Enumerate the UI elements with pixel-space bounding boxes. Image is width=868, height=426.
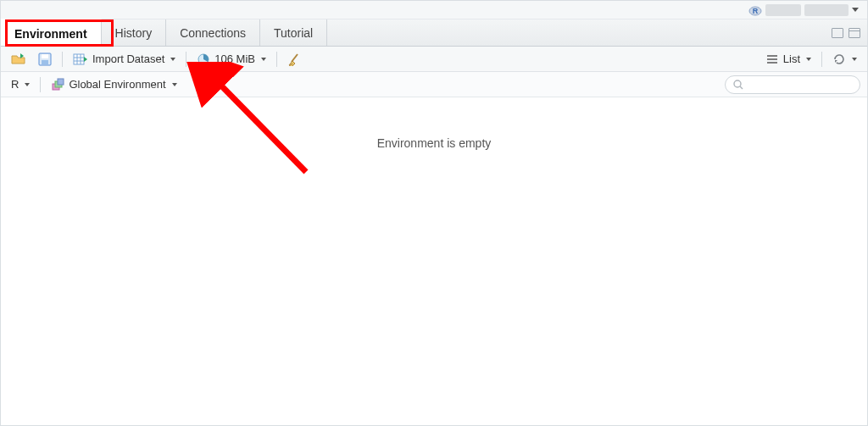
- collapse-icon[interactable]: [832, 28, 843, 38]
- environment-label: Global Environment: [69, 78, 165, 91]
- chevron-down-icon: [852, 58, 857, 61]
- separator: [821, 52, 822, 67]
- view-mode-button[interactable]: List: [762, 51, 815, 67]
- search-input[interactable]: [725, 75, 860, 94]
- tab-label: Environment: [14, 27, 87, 41]
- placeholder-box: [804, 4, 849, 16]
- empty-state-message: Environment is empty: [1, 136, 867, 150]
- tab-history[interactable]: History: [102, 19, 167, 46]
- svg-line-13: [292, 64, 292, 65]
- refresh-button[interactable]: [829, 51, 860, 68]
- svg-rect-3: [42, 54, 48, 58]
- clear-objects-button[interactable]: [284, 51, 304, 68]
- search-icon: [732, 79, 744, 91]
- view-mode-label: List: [783, 53, 800, 65]
- refresh-icon: [832, 53, 846, 66]
- package-stack-icon: [51, 78, 64, 91]
- separator: [62, 52, 63, 67]
- save-icon: [38, 53, 52, 66]
- list-icon: [765, 53, 779, 65]
- environment-content: Environment is empty: [1, 97, 867, 425]
- pane-tabs: Environment History Connections Tutorial: [1, 19, 867, 47]
- grid-import-icon: [73, 53, 88, 66]
- language-label: R: [11, 78, 19, 91]
- open-folder-icon: [11, 53, 26, 66]
- chevron-down-icon: [170, 58, 175, 61]
- tab-connections[interactable]: Connections: [166, 19, 260, 46]
- svg-text:R: R: [753, 7, 759, 15]
- memory-usage-button[interactable]: 106 MiB: [193, 51, 270, 68]
- search-field[interactable]: [748, 79, 868, 91]
- maximize-icon[interactable]: [849, 28, 860, 38]
- environment-scope-bar: R Global Environment: [1, 72, 867, 97]
- separator: [276, 52, 277, 67]
- language-selector[interactable]: R: [8, 76, 33, 92]
- svg-point-20: [734, 80, 741, 87]
- rstudio-environment-pane: R Environment History Connections Tutori…: [0, 0, 868, 426]
- environment-toolbar: Import Dataset 106 MiB List: [1, 47, 867, 72]
- load-workspace-button[interactable]: [8, 51, 30, 68]
- window-top-strip: R: [1, 1, 867, 19]
- import-dataset-label: Import Dataset: [92, 53, 164, 65]
- pie-chart-icon: [197, 53, 210, 66]
- svg-rect-4: [42, 60, 48, 64]
- tab-label: History: [115, 26, 153, 40]
- svg-line-21: [740, 86, 743, 89]
- chevron-down-icon: [261, 58, 266, 61]
- chevron-down-icon: [25, 83, 30, 86]
- tab-label: Tutorial: [274, 26, 313, 40]
- tab-tutorial[interactable]: Tutorial: [260, 19, 327, 46]
- broom-icon: [287, 53, 301, 66]
- memory-usage-label: 106 MiB: [214, 53, 255, 65]
- chevron-down-icon: [806, 58, 811, 61]
- separator: [186, 52, 186, 67]
- separator: [40, 77, 41, 92]
- tab-label: Connections: [180, 26, 246, 40]
- tab-environment[interactable]: Environment: [1, 19, 102, 46]
- import-dataset-button[interactable]: Import Dataset: [70, 51, 179, 68]
- placeholder-box: [765, 4, 801, 16]
- svg-rect-5: [74, 54, 84, 64]
- save-workspace-button[interactable]: [35, 51, 55, 68]
- svg-rect-19: [58, 79, 64, 85]
- chevron-down-icon[interactable]: [852, 8, 859, 12]
- chevron-down-icon: [172, 83, 177, 86]
- r-logo-icon: R: [748, 3, 762, 17]
- environment-selector[interactable]: Global Environment: [47, 76, 180, 93]
